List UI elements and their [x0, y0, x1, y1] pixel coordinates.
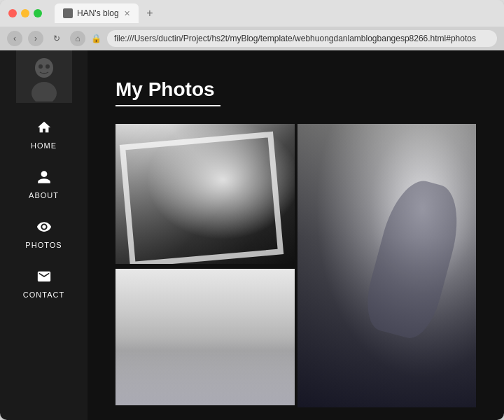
photos-grid	[115, 124, 476, 407]
forward-button[interactable]: ›	[28, 31, 43, 46]
new-tab-button[interactable]: +	[141, 5, 158, 22]
sidebar-item-home[interactable]: HOME	[0, 110, 88, 160]
eye-icon	[36, 219, 52, 238]
tab-bar: HAN's blog ✕ +	[55, 4, 496, 23]
avatar	[16, 50, 72, 103]
sidebar: HOME ABOUT	[0, 50, 88, 420]
browser-content: HOME ABOUT	[0, 50, 504, 420]
photo-item-1	[115, 124, 295, 264]
refresh-button[interactable]: ↻	[49, 31, 64, 46]
sidebar-item-about[interactable]: ABOUT	[0, 160, 88, 209]
avatar-image	[23, 52, 65, 102]
contact-label: CONTACT	[23, 290, 64, 299]
page-title: My Photos	[115, 78, 476, 101]
main-content: My Photos	[88, 50, 504, 420]
photos-label: PHOTOS	[25, 241, 62, 249]
svg-point-3	[38, 64, 43, 69]
minimize-button[interactable]	[21, 9, 29, 18]
navigation: HOME ABOUT	[0, 110, 88, 309]
browser-window: HAN's blog ✕ + ‹ › ↻ ⌂ 🔒	[0, 0, 504, 420]
home-nav-button[interactable]: ⌂	[70, 31, 85, 46]
traffic-lights	[8, 9, 42, 18]
back-button[interactable]: ‹	[7, 31, 22, 46]
maximize-button[interactable]	[34, 9, 42, 18]
tab-close-button[interactable]: ✕	[124, 9, 130, 18]
tab-title: HAN's blog	[77, 8, 119, 18]
sidebar-item-contact[interactable]: CONTACT	[0, 259, 88, 309]
about-label: ABOUT	[29, 191, 59, 200]
url-input[interactable]	[107, 30, 497, 47]
svg-point-4	[46, 64, 50, 69]
sidebar-item-photos[interactable]: PHOTOS	[0, 209, 88, 259]
active-tab[interactable]: HAN's blog ✕	[55, 4, 139, 23]
home-label: HOME	[31, 141, 57, 150]
tab-favicon	[63, 8, 73, 18]
title-underline	[115, 105, 220, 106]
home-icon	[36, 120, 52, 139]
person-icon	[36, 169, 52, 188]
photo-item-2	[298, 124, 477, 407]
title-bar: HAN's blog ✕ +	[0, 0, 504, 27]
close-button[interactable]	[8, 9, 17, 18]
envelope-icon	[36, 269, 52, 288]
photo-item-3	[115, 269, 295, 405]
lock-icon: 🔒	[91, 34, 102, 43]
address-bar: ‹ › ↻ ⌂ 🔒	[0, 27, 504, 50]
svg-point-1	[35, 58, 53, 78]
